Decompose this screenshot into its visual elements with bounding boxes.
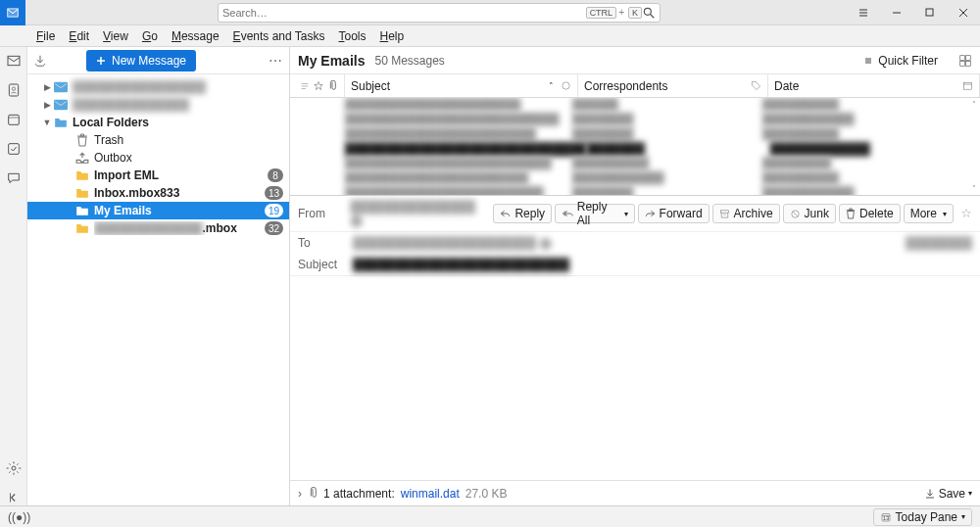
new-message-button[interactable]: New Message xyxy=(86,50,196,72)
svg-point-9 xyxy=(12,466,16,470)
chevron-down-icon[interactable]: ▼ xyxy=(41,118,53,127)
menu-message[interactable]: Message xyxy=(165,29,226,43)
delete-button[interactable]: Delete xyxy=(839,204,901,223)
local-folders-label: Local Folders xyxy=(73,116,283,129)
maximize-button[interactable] xyxy=(913,0,947,25)
calendar-icon[interactable] xyxy=(6,112,22,127)
junk-button[interactable]: Junk xyxy=(783,204,836,223)
scrollbar[interactable]: ˄ ˅ xyxy=(968,98,980,195)
trash-label: Trash xyxy=(94,133,283,147)
menu-edit[interactable]: Edit xyxy=(62,29,96,43)
message-row[interactable]: ████████████████████████████████████████… xyxy=(290,142,980,157)
online-status-icon[interactable]: ((●)) xyxy=(8,510,30,524)
inbox-mbox-row[interactable]: Inbox.mbox833 13 xyxy=(27,184,289,202)
menu-events[interactable]: Events and Tasks xyxy=(226,29,332,43)
menu-view[interactable]: View xyxy=(96,29,135,43)
svg-rect-3 xyxy=(926,9,933,16)
message-row[interactable]: ████████████████████████████████████████… xyxy=(290,113,980,127)
trash-row[interactable]: Trash xyxy=(27,131,289,149)
svg-rect-13 xyxy=(966,55,971,60)
account-row[interactable]: ▶ ████████████████ xyxy=(27,78,289,96)
folder-pane-toolbar: New Message ⋯ xyxy=(27,47,289,74)
address-book-icon[interactable] xyxy=(6,82,22,98)
outbox-row[interactable]: Outbox xyxy=(27,149,289,167)
tag-column-icon[interactable] xyxy=(751,80,761,91)
attachment-bar: › 1 attachment: winmail.dat 27.0 KB Save… xyxy=(290,480,980,505)
unread-badge: 19 xyxy=(265,204,283,217)
chevron-down-icon[interactable]: ▾ xyxy=(968,489,972,498)
attachment-name[interactable]: winmail.dat xyxy=(401,487,460,501)
message-list[interactable]: ███████████████████████████████████████ … xyxy=(290,98,980,196)
collapse-icon[interactable] xyxy=(6,490,22,505)
display-options-icon[interactable] xyxy=(958,54,972,68)
message-row[interactable]: ████████████████████████████████████████… xyxy=(290,171,980,186)
search-icon[interactable] xyxy=(642,6,656,20)
star-icon[interactable] xyxy=(313,80,324,92)
folder-title: My Emails xyxy=(298,53,365,69)
column-subject[interactable]: Subject ˄ xyxy=(345,74,578,97)
status-columns[interactable] xyxy=(294,74,345,97)
chevron-down-icon[interactable]: ▾ xyxy=(961,512,965,521)
chevron-down-icon[interactable]: ▾ xyxy=(624,210,628,218)
attachment-icon[interactable] xyxy=(327,80,337,92)
forward-button[interactable]: Forward xyxy=(638,204,710,223)
message-row[interactable]: ████████████████████████████████████████… xyxy=(290,157,980,171)
chat-icon[interactable] xyxy=(6,170,22,186)
more-button[interactable]: More▾ xyxy=(904,204,954,223)
svg-rect-11 xyxy=(54,100,68,111)
today-pane-label: Today Pane xyxy=(896,510,957,524)
reply-all-button[interactable]: Reply All▾ xyxy=(555,204,634,223)
mail-space-icon[interactable] xyxy=(6,53,22,69)
reply-button[interactable]: Reply xyxy=(493,204,552,223)
unread-badge: 32 xyxy=(265,221,283,235)
search-input[interactable] xyxy=(222,7,584,19)
tasks-icon[interactable] xyxy=(6,141,22,157)
thread-icon[interactable] xyxy=(300,81,310,91)
hamburger-menu-icon[interactable] xyxy=(847,0,880,25)
folder-icon xyxy=(74,169,90,181)
archive-button[interactable]: Archive xyxy=(712,204,780,223)
settings-icon[interactable] xyxy=(6,460,22,476)
star-message-icon[interactable] xyxy=(960,204,972,223)
svg-rect-4 xyxy=(8,56,20,65)
scroll-up-icon[interactable]: ˄ xyxy=(972,100,976,109)
message-row[interactable]: ███████████████████████████████████████ xyxy=(290,98,980,113)
chevron-right-icon[interactable]: ▶ xyxy=(41,82,53,92)
message-body[interactable] xyxy=(290,276,980,480)
sort-indicator-icon: ˄ xyxy=(549,81,554,91)
quick-filter-button[interactable]: Quick Filter xyxy=(858,52,943,70)
menu-help[interactable]: Help xyxy=(372,29,411,43)
folder-icon xyxy=(53,117,69,128)
chevron-right-icon[interactable]: ▶ xyxy=(41,100,53,110)
chevron-down-icon[interactable]: ▾ xyxy=(943,210,947,218)
inbox-mbox-label: Inbox.mbox833 xyxy=(94,186,265,200)
spam-column-icon[interactable] xyxy=(561,80,571,91)
message-row[interactable]: ████████████████████████████████████████… xyxy=(290,127,980,142)
attachment-size: 27.0 KB xyxy=(466,487,508,501)
close-button[interactable] xyxy=(947,0,980,25)
import-eml-row[interactable]: Import EML 8 xyxy=(27,167,289,184)
local-folders-row[interactable]: ▼ Local Folders xyxy=(27,114,289,131)
my-emails-row[interactable]: My Emails 19 xyxy=(27,202,289,219)
column-correspondents[interactable]: Correspondents xyxy=(578,74,768,97)
message-row[interactable]: ████████████████████████████████████████… xyxy=(290,186,980,196)
svg-rect-14 xyxy=(960,61,965,66)
minimize-button[interactable] xyxy=(880,0,913,25)
today-pane-button[interactable]: 13 Today Pane ▾ xyxy=(873,508,972,526)
menu-file[interactable]: File xyxy=(29,29,62,43)
to-value: ██████████████████████ ⬤ xyxy=(353,236,552,250)
scroll-down-icon[interactable]: ˅ xyxy=(972,184,976,193)
global-search[interactable]: CTRL + K xyxy=(218,3,661,23)
chevron-right-icon[interactable]: › xyxy=(298,487,302,501)
svg-rect-17 xyxy=(963,82,971,89)
mbox-row[interactable]: █████████████.mbox 32 xyxy=(27,219,289,237)
column-date[interactable]: Date xyxy=(768,74,980,97)
column-picker-icon[interactable] xyxy=(962,80,973,91)
folder-pane-options-icon[interactable]: ⋯ xyxy=(269,53,283,69)
window-controls xyxy=(847,0,980,25)
get-messages-icon[interactable] xyxy=(33,54,47,68)
account-row[interactable]: ▶ ██████████████ xyxy=(27,96,289,114)
menu-go[interactable]: Go xyxy=(135,29,165,43)
menu-tools[interactable]: Tools xyxy=(331,29,372,43)
save-attachment-button[interactable]: Save ▾ xyxy=(924,487,972,501)
